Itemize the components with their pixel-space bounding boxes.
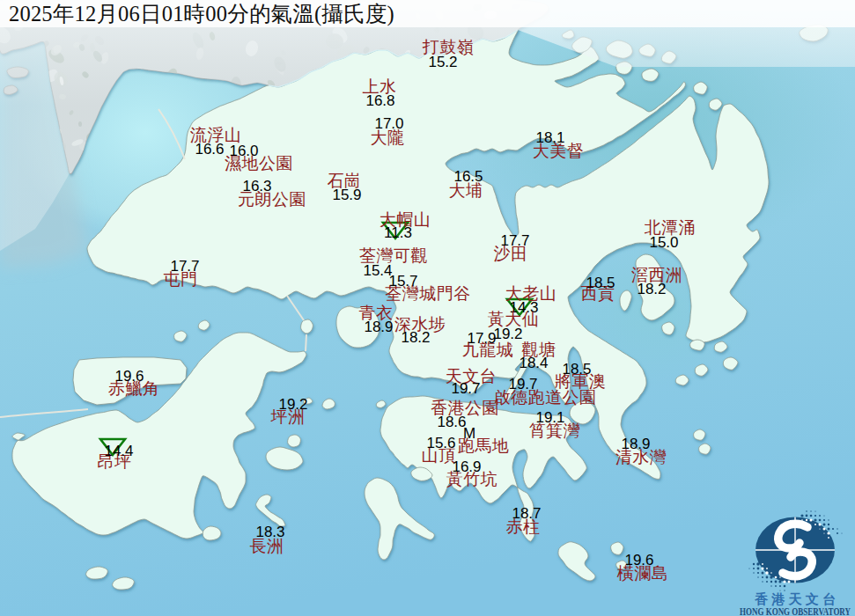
station-value: 18.9 <box>621 436 650 451</box>
station-value: 19.7 <box>508 377 537 392</box>
station-value: 15.0 <box>649 235 678 250</box>
station-value: 19.1 <box>535 410 564 425</box>
station-value: 18.4 <box>519 356 548 370</box>
station-value: 18.3 <box>255 524 284 539</box>
station-value: 18.5 <box>562 362 591 377</box>
station-value: 16.0 <box>229 143 258 158</box>
station-value: 15.9 <box>332 187 361 202</box>
station-value: 18.5 <box>586 275 615 290</box>
station-value: 15.6 <box>426 436 455 451</box>
station-value: 16.5 <box>453 169 483 184</box>
station-value: 18.7 <box>512 506 541 521</box>
station-value: 18.2 <box>401 330 430 345</box>
station-value: 18.6 <box>437 414 466 429</box>
station-value: 14.4 <box>104 444 133 458</box>
station-value: 19.2 <box>278 397 307 412</box>
station-value: 16.8 <box>365 93 394 108</box>
station-value: 16.6 <box>195 142 224 157</box>
hko-temperature-map: 香 港 天 文 台 HONG KONG OBSERVATORY 打鼓嶺15.2上… <box>0 0 855 616</box>
title-bar: 2025年12月06日01時00分的氣溫(攝氏度) <box>0 0 855 27</box>
station-value: 18.9 <box>364 319 393 334</box>
station-value: 17.9 <box>467 331 496 346</box>
station-value: 19.6 <box>624 553 653 568</box>
station-value: 19.6 <box>114 369 144 384</box>
station-value: 18.2 <box>637 282 666 297</box>
station-value: 15.2 <box>428 55 457 70</box>
station-value: 16.3 <box>242 179 271 194</box>
station-value: 19.7 <box>451 381 480 396</box>
station-value: 17.7 <box>170 259 199 274</box>
station-value: M <box>463 426 475 441</box>
map-title: 2025年12月06日01時00分的氣溫(攝氏度) <box>9 2 394 26</box>
stations-layer: 打鼓嶺15.2上水16.8大隴17.0流浮山16.6濕地公園16.0元朗公園16… <box>0 0 855 616</box>
station-value: 16.9 <box>452 459 481 474</box>
station-value: 19.2 <box>493 326 522 341</box>
station-value: 18.1 <box>535 130 564 145</box>
station-value: 11.3 <box>384 225 412 240</box>
station-value: 15.7 <box>388 274 417 289</box>
station-value: 17.0 <box>374 116 403 131</box>
station-value: 17.7 <box>500 233 529 248</box>
